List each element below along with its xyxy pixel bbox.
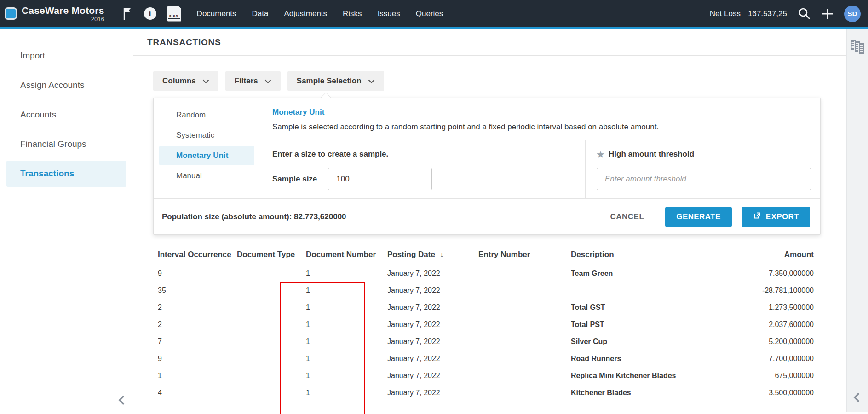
- search-icon[interactable]: [797, 7, 811, 21]
- table-row[interactable]: 1 1 January 7, 2022 Replica Mini Kitchen…: [158, 367, 816, 384]
- table-row[interactable]: 35 1 January 7, 2022 -28.781,100000: [158, 282, 816, 299]
- sidebar-item-financial-groups[interactable]: Financial Groups: [6, 131, 126, 157]
- sample-size-label: Sample size: [272, 175, 317, 184]
- cell-description: [571, 282, 708, 299]
- column-header-interval-occurrence[interactable]: Interval Occurrence: [158, 245, 237, 265]
- sidebar-collapse-chevron-icon[interactable]: [116, 394, 128, 408]
- table-row[interactable]: 2 1 January 7, 2022 Total GST 1.273,5000…: [158, 299, 816, 316]
- table-row[interactable]: 4 1 January 7, 2022 Kitchener Blades 3.5…: [158, 384, 816, 401]
- filters-dropdown-label: Filters: [235, 76, 258, 86]
- columns-dropdown-button[interactable]: Columns: [153, 71, 218, 91]
- info-icon[interactable]: i: [144, 7, 156, 20]
- cell-description: Total GST: [571, 299, 708, 316]
- sidebar-item-import[interactable]: Import: [6, 43, 126, 69]
- chevron-down-icon: [368, 76, 375, 86]
- add-icon[interactable]: [821, 7, 834, 20]
- column-header-posting-date[interactable]: Posting Date↓: [387, 245, 478, 265]
- cell-amount: 5.200,000000: [708, 333, 816, 350]
- column-header-document-number[interactable]: Document Number: [306, 245, 387, 265]
- cell-entry-number: [478, 350, 571, 367]
- cell-document-type: [237, 384, 306, 401]
- flag-icon[interactable]: [122, 7, 133, 21]
- external-link-icon: [753, 211, 761, 222]
- columns-dropdown-label: Columns: [162, 76, 196, 86]
- menu-item-issues[interactable]: Issues: [378, 9, 400, 18]
- method-item-random[interactable]: Random: [159, 105, 254, 125]
- method-item-manual[interactable]: Manual: [159, 166, 254, 186]
- export-button[interactable]: EXPORT: [742, 207, 810, 227]
- brand-year: 2016: [22, 16, 104, 23]
- cell-description: Total PST: [571, 316, 708, 333]
- menu-item-adjustments[interactable]: Adjustments: [284, 9, 328, 18]
- cell-posting-date: January 7, 2022: [387, 384, 478, 401]
- user-avatar[interactable]: SD: [844, 6, 861, 22]
- cell-interval-occurrence: 2: [158, 299, 237, 316]
- cell-amount: 3.500,000000: [708, 384, 816, 401]
- table-row[interactable]: 9 1 January 7, 2022 Road Runners 7.700,0…: [158, 350, 816, 367]
- cell-document-type: [237, 299, 306, 316]
- generate-button-label: GENERATE: [676, 212, 720, 222]
- cell-amount: 2.037,600000: [708, 316, 816, 333]
- menu-item-documents[interactable]: Documents: [197, 9, 236, 18]
- amount-threshold-input[interactable]: [597, 168, 811, 190]
- table-row[interactable]: 7 1 January 7, 2022 Silver Cup 5.200,000…: [158, 333, 816, 350]
- cancel-button[interactable]: CANCEL: [610, 212, 644, 222]
- page-title: TRANSACTIONS: [147, 37, 221, 47]
- column-header-description[interactable]: Description: [571, 245, 708, 265]
- generate-button[interactable]: GENERATE: [665, 207, 731, 227]
- sort-descending-icon: ↓: [440, 251, 443, 258]
- high-amount-threshold-section: ★ High amount threshold: [586, 140, 821, 198]
- transactions-table: Interval Occurrence Document Type Docume…: [158, 245, 816, 401]
- cell-document-type: [237, 265, 306, 282]
- export-button-label: EXPORT: [766, 212, 799, 222]
- menu-item-data[interactable]: Data: [252, 9, 269, 18]
- net-loss-label: Net Loss: [710, 9, 741, 18]
- chevron-down-icon: [264, 76, 271, 86]
- cell-description: Team Green: [571, 265, 708, 282]
- cell-interval-occurrence: 35: [158, 282, 237, 299]
- column-header-amount[interactable]: Amount: [708, 245, 816, 265]
- method-info-description: Sample is selected according to a random…: [272, 122, 809, 132]
- panel-footer: Population size (absolute amount): 82.77…: [154, 198, 820, 234]
- menu-item-queries[interactable]: Queries: [416, 9, 443, 18]
- sample-selection-panel: Random Systematic Monetary Unit Manual M…: [153, 98, 821, 235]
- cell-posting-date: January 7, 2022: [387, 350, 478, 367]
- documents-stack-icon[interactable]: [850, 38, 865, 57]
- brand: CaseWare Motors 2016: [22, 5, 104, 23]
- xbrl-icon-label: XBRL: [168, 13, 180, 19]
- method-item-monetary-unit[interactable]: Monetary Unit: [159, 146, 254, 165]
- sample-size-heading: Enter a size to create a sample.: [272, 150, 573, 159]
- sidebar-item-accounts[interactable]: Accounts: [6, 102, 126, 128]
- method-item-systematic[interactable]: Systematic: [159, 126, 254, 145]
- cell-posting-date: January 7, 2022: [387, 282, 478, 299]
- xbrl-icon[interactable]: XBRL: [167, 6, 181, 22]
- cell-document-type: [237, 350, 306, 367]
- sample-size-input[interactable]: [328, 168, 432, 190]
- cell-entry-number: [478, 265, 571, 282]
- table-row[interactable]: 9 1 January 7, 2022 Team Green 7.350,000…: [158, 265, 816, 282]
- cell-document-number: 1: [306, 282, 387, 299]
- cell-interval-occurrence: 9: [158, 350, 237, 367]
- cell-posting-date: January 7, 2022: [387, 367, 478, 384]
- right-panel-strip: [846, 29, 868, 412]
- cell-interval-occurrence: 4: [158, 384, 237, 401]
- menu-item-risks[interactable]: Risks: [343, 9, 362, 18]
- cell-document-number: 1: [306, 333, 387, 350]
- right-panel-collapse-chevron-icon[interactable]: [851, 391, 863, 406]
- cell-document-number: 1: [306, 367, 387, 384]
- cell-document-type: [237, 316, 306, 333]
- sidebar-item-transactions[interactable]: Transactions: [6, 161, 126, 187]
- cell-document-number: 1: [306, 299, 387, 316]
- top-navbar: CaseWare Motors 2016 i XBRL Documents Da…: [0, 0, 868, 29]
- sample-selection-dropdown-button[interactable]: Sample Selection: [287, 71, 384, 91]
- column-header-entry-number[interactable]: Entry Number: [478, 245, 571, 265]
- toolbar: Columns Filters Sample Selection: [133, 56, 846, 91]
- sidebar-item-assign-accounts[interactable]: Assign Accounts: [6, 72, 126, 98]
- cell-entry-number: [478, 316, 571, 333]
- filters-dropdown-button[interactable]: Filters: [225, 71, 281, 91]
- population-size-text: Population size (absolute amount): 82.77…: [162, 212, 610, 222]
- table-row[interactable]: 2 1 January 7, 2022 Total PST 2.037,6000…: [158, 316, 816, 333]
- column-header-document-type[interactable]: Document Type: [237, 245, 306, 265]
- cell-amount: 675,000000: [708, 367, 816, 384]
- sample-selection-dropdown-label: Sample Selection: [297, 76, 362, 86]
